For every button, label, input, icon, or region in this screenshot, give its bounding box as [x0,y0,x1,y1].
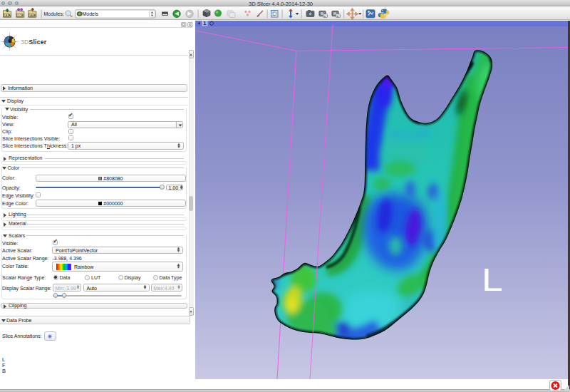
svg-text:DATA: DATA [4,14,11,17]
svg-text:L: L [482,262,503,297]
svg-text:Models: Models [83,11,99,16]
svg-text:3DSlicer: 3DSlicer [21,38,47,46]
svg-text:SAVE: SAVE [29,14,36,17]
svg-text:Modules:: Modules: [44,11,64,16]
svg-text:DCM: DCM [17,14,23,17]
